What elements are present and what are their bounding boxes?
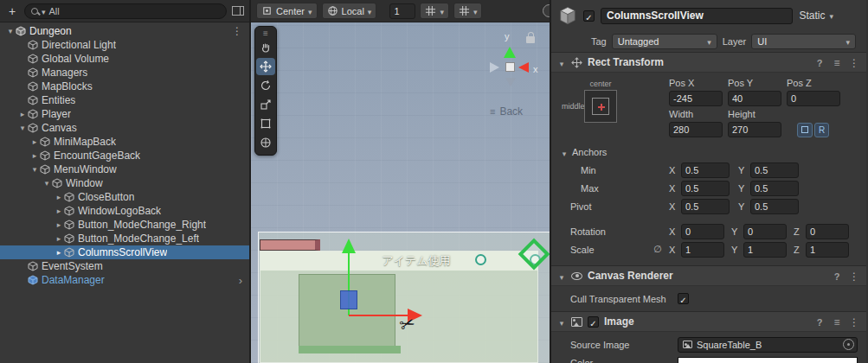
anchors-max-x-field[interactable] <box>681 181 730 196</box>
anchors-foldout[interactable]: Anchors <box>551 143 866 161</box>
expand-icon[interactable]: ▸ <box>29 151 40 160</box>
expand-icon[interactable]: ▸ <box>54 207 64 215</box>
foldout-icon[interactable] <box>560 144 569 160</box>
hierarchy-item-closebutton[interactable]: ▸ CloseButton <box>0 190 249 204</box>
hierarchy-item-dungeon[interactable]: ▾ Dungeon <box>0 24 249 38</box>
cull-transparent-mesh-checkbox[interactable] <box>678 293 689 304</box>
raw-edit-mode-button[interactable]: R <box>814 123 829 137</box>
gizmo-x-arrow[interactable] <box>518 62 529 73</box>
rect-tool-button[interactable] <box>256 115 275 132</box>
hierarchy-item-minimapback[interactable]: ▸ MiniMapBack <box>0 135 249 149</box>
expand-icon[interactable]: ▸ <box>54 220 64 229</box>
lock-icon[interactable] <box>526 36 535 43</box>
collapse-icon[interactable]: ▾ <box>17 124 28 132</box>
active-checkbox[interactable] <box>583 10 595 22</box>
scale-x-field[interactable] <box>681 242 724 258</box>
collapse-icon[interactable]: ▾ <box>5 27 16 35</box>
image-enabled-checkbox[interactable] <box>588 316 599 328</box>
hierarchy-item-window[interactable]: ▾ Window <box>0 176 249 190</box>
toolbar-overflow-icon[interactable] <box>543 4 550 17</box>
hierarchy-item-datamanager[interactable]: DataManager› <box>0 273 249 287</box>
pos-y-field[interactable] <box>728 91 781 106</box>
move-gizmo-y-arrowhead[interactable] <box>342 239 356 253</box>
hierarchy-item-windowlogoback[interactable]: ▸ WindowLogoBack <box>0 204 249 218</box>
object-picker-icon[interactable] <box>843 339 854 350</box>
help-icon[interactable] <box>813 54 826 70</box>
hierarchy-item-eventsystem[interactable]: EventSystem <box>0 259 249 273</box>
scale-z-field[interactable] <box>806 242 849 258</box>
gauge-bar[interactable] <box>260 239 320 251</box>
rotate-tool-button[interactable] <box>256 77 275 94</box>
anchors-min-x-field[interactable] <box>681 162 730 178</box>
scale-y-field[interactable] <box>743 242 787 258</box>
prefab-open-icon[interactable]: › <box>239 275 242 286</box>
hierarchy-item-directional-light[interactable]: Directional Light <box>0 38 249 52</box>
tool-handle-rotation-dropdown[interactable]: Local <box>322 3 377 19</box>
scene-orientation-gizmo[interactable]: y x <box>481 33 550 104</box>
anchor-preset-button[interactable] <box>584 90 617 123</box>
blueprint-mode-button[interactable] <box>797 123 813 137</box>
tag-dropdown[interactable]: Untagged <box>612 34 717 49</box>
anchors-max-y-field[interactable] <box>750 181 799 196</box>
move-gizmo-xy-plane-handle[interactable] <box>340 290 357 309</box>
hierarchy-search-input[interactable]: All <box>24 3 227 19</box>
rotation-x-field[interactable] <box>681 224 724 239</box>
foldout-icon[interactable] <box>557 268 566 283</box>
source-image-field[interactable]: SquareTable_B <box>678 337 858 353</box>
pivot-x-field[interactable] <box>681 199 730 214</box>
hierarchy-item-managers[interactable]: Managers <box>0 66 249 80</box>
view-hand-tool-button[interactable] <box>256 39 275 56</box>
presets-icon[interactable] <box>831 314 843 329</box>
hierarchy-item-encountgageback[interactable]: ▸ EncountGageBack <box>0 149 249 162</box>
pivot-y-field[interactable] <box>750 199 799 214</box>
kebab-icon[interactable] <box>848 314 860 329</box>
hierarchy-item-columnsscrollview[interactable]: ▸ ColumnsScrollView <box>0 245 249 259</box>
scene-viewport[interactable]: ≡ <box>251 22 550 363</box>
presets-icon[interactable] <box>831 54 843 70</box>
expand-icon[interactable]: ▸ <box>54 248 64 257</box>
scene-visibility-panes-icon[interactable] <box>232 6 244 16</box>
kebab-icon[interactable] <box>232 25 242 37</box>
foldout-icon[interactable] <box>557 314 566 329</box>
scrollbar-preview[interactable] <box>299 346 401 353</box>
kebab-icon[interactable] <box>848 54 860 70</box>
grid-size-field[interactable] <box>389 3 415 19</box>
color-swatch[interactable] <box>678 357 858 363</box>
hierarchy-item-player[interactable]: ▸ Player <box>0 107 249 121</box>
hierarchy-item-button-modechange-right[interactable]: ▸ Button_ModeChange_Right <box>0 218 249 232</box>
move-tool-button[interactable] <box>256 58 275 75</box>
hierarchy-item-canvas[interactable]: ▾ Canvas <box>0 121 249 135</box>
scrollview-content-preview[interactable] <box>299 274 395 350</box>
height-field[interactable] <box>728 122 781 137</box>
add-gameobject-button[interactable]: + <box>5 5 19 17</box>
expand-icon[interactable]: ▸ <box>54 234 64 243</box>
kebab-icon[interactable] <box>848 268 860 283</box>
grid-snapping-dropdown[interactable] <box>453 3 483 19</box>
canvas-renderer-header[interactable]: Canvas Renderer <box>551 265 866 286</box>
rotation-y-field[interactable] <box>743 224 787 239</box>
pos-x-field[interactable] <box>669 91 723 106</box>
hierarchy-item-mapblocks[interactable]: MapBlocks <box>0 80 249 93</box>
width-field[interactable] <box>669 122 723 137</box>
image-header[interactable]: Image <box>551 311 866 332</box>
gameobject-name-field[interactable]: ColumnsScrollView <box>601 8 793 24</box>
help-icon[interactable] <box>813 314 826 329</box>
foldout-icon[interactable] <box>557 54 566 70</box>
layer-dropdown[interactable]: UI <box>751 34 856 49</box>
hierarchy-item-global-volume[interactable]: Global Volume <box>0 52 249 66</box>
expand-icon[interactable]: ▸ <box>17 110 28 118</box>
palette-drag-handle[interactable]: ≡ <box>263 29 268 37</box>
help-icon[interactable] <box>831 268 843 283</box>
gizmo-center-cube[interactable] <box>505 62 515 72</box>
hierarchy-item-entities[interactable]: Entities <box>0 93 249 107</box>
hierarchy-item-button-modechange-left[interactable]: ▸ Button_ModeChange_Left <box>0 232 249 245</box>
pos-z-field[interactable] <box>787 91 840 106</box>
collapse-icon[interactable]: ▾ <box>29 165 40 174</box>
constrain-proportions-icon[interactable] <box>653 244 669 255</box>
gizmo-back-axis-arrow[interactable] <box>490 62 499 73</box>
rect-transform-header[interactable]: Rect Transform <box>551 52 866 73</box>
anchors-min-y-field[interactable] <box>750 162 799 178</box>
expand-icon[interactable]: ▸ <box>29 137 40 146</box>
transform-tool-button[interactable] <box>256 134 275 151</box>
gizmo-y-arrow[interactable] <box>504 47 516 58</box>
